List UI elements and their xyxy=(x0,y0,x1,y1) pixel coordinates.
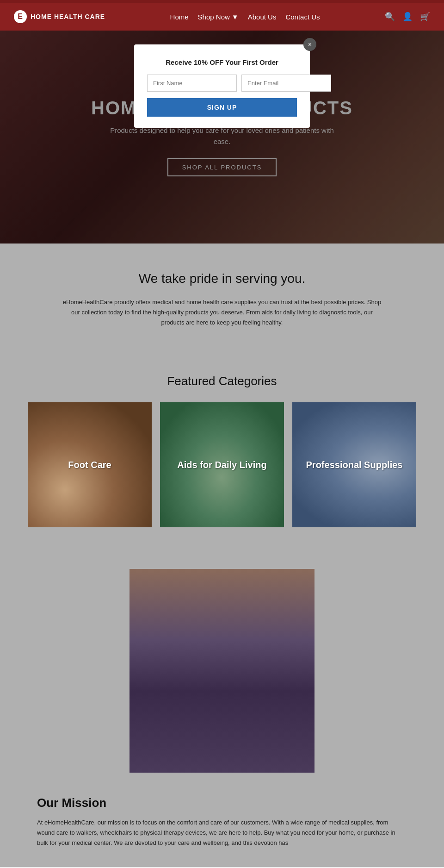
logo-icon: e xyxy=(14,10,27,23)
categories-grid: Foot Care Aids for Daily Living Professi… xyxy=(28,402,416,527)
header-icons: 🔍 👤 🛒 xyxy=(385,12,430,22)
mission-text: At eHomeHealthCare, our mission is to fo… xyxy=(37,818,407,848)
categories-title: Featured Categories xyxy=(28,374,416,388)
nav-shop-now[interactable]: Shop Now ▼ xyxy=(198,13,239,21)
header: e HOME HEALTH CARE Home Shop Now ▼ About… xyxy=(0,3,444,31)
category-card-professional-supplies[interactable]: Professional Supplies xyxy=(292,402,416,527)
about-title: We take pride in serving you. xyxy=(56,271,388,286)
categories-section: Featured Categories Foot Care Aids for D… xyxy=(0,356,444,555)
foot-care-label: Foot Care xyxy=(28,402,152,527)
email-input[interactable] xyxy=(241,75,331,92)
mission-image xyxy=(130,569,314,773)
mission-photo-visual xyxy=(130,569,314,773)
cart-icon[interactable]: 🛒 xyxy=(420,12,430,22)
category-card-aids-daily-living[interactable]: Aids for Daily Living xyxy=(160,402,284,527)
modal-close-button[interactable]: × xyxy=(303,38,316,51)
modal-title: Receive 10% OFF Your First Order xyxy=(147,58,297,66)
modal-overlay: × Receive 10% OFF Your First Order SIGN … xyxy=(0,31,444,244)
nav-about-us[interactable]: About Us xyxy=(248,13,277,21)
chevron-down-icon: ▼ xyxy=(232,13,239,21)
nav-home[interactable]: Home xyxy=(170,13,189,21)
mission-section: Our Mission At eHomeHealthCare, our miss… xyxy=(0,773,444,867)
first-name-input[interactable] xyxy=(147,75,237,92)
modal-inputs xyxy=(147,75,297,92)
logo[interactable]: e HOME HEALTH CARE xyxy=(14,10,105,23)
hero-section: HOME HEALTH PRODUCTS Products designed t… xyxy=(0,31,444,244)
logo-text: HOME HEALTH CARE xyxy=(31,13,105,20)
aids-label: Aids for Daily Living xyxy=(160,402,284,527)
nav-contact-us[interactable]: Contact Us xyxy=(285,13,320,21)
user-icon[interactable]: 👤 xyxy=(402,12,413,22)
category-card-foot-care[interactable]: Foot Care xyxy=(28,402,152,527)
prof-label: Professional Supplies xyxy=(292,402,416,527)
search-icon[interactable]: 🔍 xyxy=(385,12,395,22)
mission-title: Our Mission xyxy=(37,796,407,810)
signup-button[interactable]: SIGN UP xyxy=(147,98,297,117)
main-nav: Home Shop Now ▼ About Us Contact Us xyxy=(170,13,320,21)
about-text: eHomeHealthCare proudly offers medical a… xyxy=(60,297,384,328)
about-section: We take pride in serving you. eHomeHealt… xyxy=(0,244,444,356)
mission-image-section xyxy=(0,555,444,773)
signup-modal: × Receive 10% OFF Your First Order SIGN … xyxy=(134,44,310,128)
